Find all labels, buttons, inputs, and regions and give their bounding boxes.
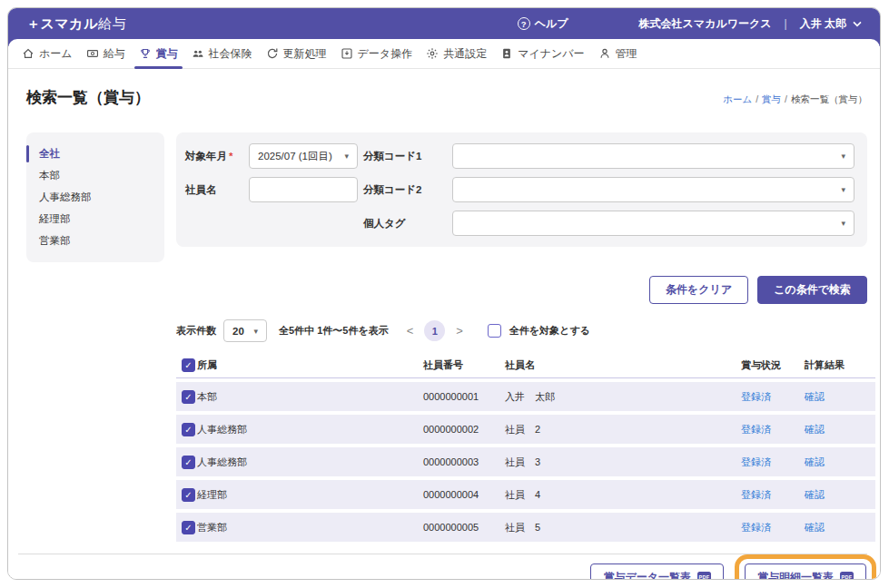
row-checkbox[interactable]: ✓ — [182, 423, 195, 436]
bonus-status-link[interactable]: 登録済 — [741, 456, 771, 467]
results-table: ✓ 所属 社員番号 社員名 賞与状況 計算結果 ✓本部0000000001入井 … — [176, 352, 875, 542]
clear-conditions-button[interactable]: 条件をクリア — [649, 276, 748, 304]
cell-dept: 人事総務部 — [197, 423, 423, 436]
chevron-down-icon — [853, 21, 862, 27]
sidebar-item-dept-3[interactable]: 経理部 — [26, 209, 164, 230]
user-name: 入井 太郎 — [800, 16, 846, 32]
bonus-status-link[interactable]: 登録済 — [741, 522, 771, 533]
personal-tag-select[interactable] — [452, 211, 854, 236]
category-code1-label: 分類コード1 — [363, 150, 447, 163]
cell-emp-no: 0000000002 — [423, 424, 505, 435]
nav-item-mynumber[interactable]: マイナンバー — [500, 39, 584, 68]
nav-item-data[interactable]: データ操作 — [341, 39, 413, 68]
sidebar-item-all-company[interactable]: 全社 — [26, 143, 164, 164]
calc-result-link[interactable]: 確認 — [805, 424, 825, 435]
department-sidebar: 全社本部人事総務部経理部営業部 — [26, 132, 164, 262]
nav-item-home[interactable]: ホーム — [22, 39, 73, 68]
sidebar-item-dept-4[interactable]: 営業部 — [26, 230, 164, 251]
pdf-icon: PDF — [697, 572, 711, 580]
table-row: ✓営業部0000000005社員 5登録済確認 — [176, 513, 875, 542]
sidebar-item-dept-1[interactable]: 本部 — [26, 165, 164, 186]
cell-dept: 本部 — [197, 390, 423, 404]
refresh-icon — [266, 47, 279, 60]
sidebar-item-dept-2[interactable]: 人事総務部 — [26, 187, 164, 208]
home-icon — [22, 47, 35, 60]
nav-item-label: データ操作 — [358, 46, 413, 62]
col-header-emp-no: 社員番号 — [423, 358, 505, 372]
employee-name-label: 社員名 — [185, 183, 243, 197]
admin-person-icon — [598, 47, 611, 60]
bonus-data-report-button[interactable]: 賞与データ一覧表 PDF — [590, 564, 724, 580]
pagination-next-button[interactable]: > — [456, 324, 463, 338]
logo-product: 給与 — [98, 15, 126, 31]
app-logo: ＋スマカル給与 — [26, 15, 126, 33]
category-code1-select[interactable] — [452, 143, 854, 169]
cell-dept: 経理部 — [197, 488, 423, 502]
required-mark: * — [229, 151, 232, 162]
nav-item-admin[interactable]: 管理 — [598, 39, 637, 68]
calc-result-link[interactable]: 確認 — [805, 391, 825, 402]
target-month-select[interactable]: 2025/07 (1回目) — [249, 143, 358, 169]
row-checkbox[interactable]: ✓ — [182, 390, 195, 404]
col-header-dept: 所属 — [197, 358, 423, 372]
results-toolbar: 表示件数 20 全5件中 1件〜5件を表示 < 1 > 全件を対象とする — [176, 319, 867, 342]
header-divider: | — [785, 17, 787, 30]
bonus-detail-report-button[interactable]: 賞与明細一覧表 PDF — [745, 564, 866, 580]
my-number-card-icon — [500, 47, 513, 60]
main-navigation: ホーム給与賞与社会保険更新処理データ操作共通設定マイナンバー管理 — [8, 39, 880, 69]
select-all-scope-checkbox[interactable] — [488, 324, 501, 338]
page-size-select[interactable]: 20 — [223, 319, 267, 342]
target-month-label: 対象年月* — [185, 150, 243, 163]
help-link[interactable]: ? ヘルプ — [518, 16, 568, 32]
cell-dept: 人事総務部 — [197, 456, 423, 469]
help-label: ヘルプ — [535, 16, 568, 32]
pagination-page-1[interactable]: 1 — [424, 320, 445, 341]
row-checkbox[interactable]: ✓ — [182, 456, 195, 469]
breadcrumb-separator: / — [756, 93, 758, 104]
page-size-label: 表示件数 — [176, 324, 216, 338]
category-code2-select[interactable] — [452, 177, 854, 202]
calc-result-link[interactable]: 確認 — [805, 489, 825, 500]
nav-item-insurance[interactable]: 社会保険 — [192, 39, 252, 68]
user-menu[interactable]: 入井 太郎 — [800, 16, 862, 32]
cell-emp-no: 0000000004 — [423, 489, 505, 500]
data-import-icon — [341, 47, 353, 60]
cell-emp-no: 0000000001 — [423, 391, 505, 402]
help-icon: ? — [518, 17, 530, 30]
search-button[interactable]: この条件で検索 — [757, 276, 867, 304]
col-header-status: 賞与状況 — [741, 358, 805, 372]
nav-item-label: 社会保険 — [209, 46, 252, 62]
nav-item-label: 賞与 — [156, 46, 178, 62]
nav-item-bonus[interactable]: 賞与 — [139, 39, 178, 68]
bonus-status-link[interactable]: 登録済 — [741, 424, 771, 435]
header-select-all-checkbox[interactable]: ✓ — [182, 358, 195, 372]
breadcrumb-item[interactable]: ホーム — [723, 93, 752, 104]
calc-result-link[interactable]: 確認 — [805, 522, 825, 533]
bonus-status-link[interactable]: 登録済 — [741, 489, 771, 500]
breadcrumb-item[interactable]: 賞与 — [762, 93, 781, 104]
table-row: ✓経理部0000000004社員 4登録済確認 — [176, 480, 875, 509]
row-checkbox[interactable]: ✓ — [182, 521, 195, 534]
personal-tag-label: 個人タグ — [363, 217, 447, 230]
employee-name-field — [249, 177, 358, 202]
nav-item-settings[interactable]: 共通設定 — [426, 39, 487, 68]
row-checkbox[interactable]: ✓ — [182, 488, 195, 502]
results-summary: 全5件中 1件〜5件を表示 — [279, 324, 389, 338]
table-row: ✓人事総務部0000000003社員 3登録済確認 — [176, 447, 875, 476]
bonus-trophy-icon — [139, 47, 152, 60]
company-name: 株式会社スマカルワークス — [639, 16, 772, 32]
nav-item-label: 共通設定 — [443, 46, 487, 62]
cell-name: 社員 3 — [505, 456, 741, 469]
footer-actions: 賞与データ一覧表 PDF 賞与明細一覧表 PDF — [18, 554, 867, 580]
nav-item-payroll[interactable]: 給与 — [86, 39, 125, 68]
bonus-status-link[interactable]: 登録済 — [741, 391, 771, 402]
employee-name-input[interactable] — [258, 183, 349, 196]
nav-item-label: 給与 — [104, 46, 125, 62]
nav-item-update[interactable]: 更新処理 — [266, 39, 327, 68]
calc-result-link[interactable]: 確認 — [805, 456, 825, 467]
pdf-icon: PDF — [840, 572, 854, 580]
nav-item-label: 更新処理 — [283, 46, 327, 62]
pagination-prev-button[interactable]: < — [407, 324, 414, 338]
gear-icon — [426, 47, 439, 60]
col-header-result: 計算結果 — [805, 358, 875, 372]
